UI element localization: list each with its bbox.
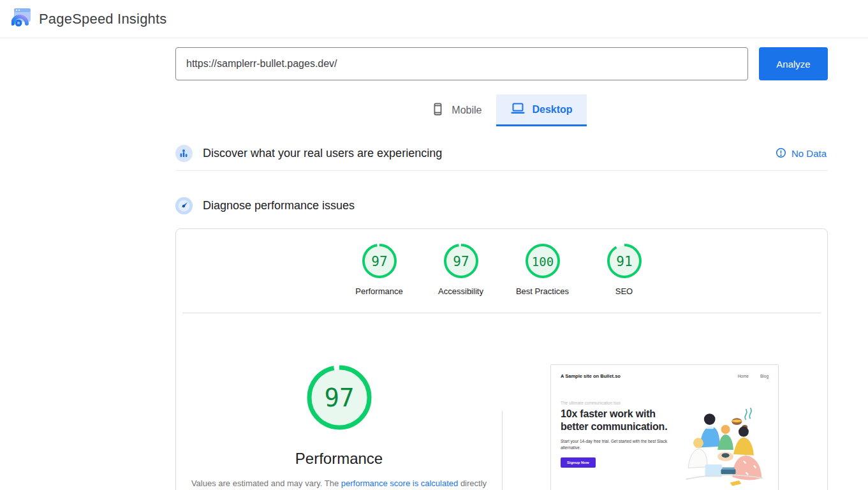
preview-hero: The ultimate communication tool 10x fast…	[561, 401, 769, 489]
preview-brand: A Sample site on Bullet.so	[561, 373, 621, 379]
no-data-label: No Data	[791, 148, 827, 159]
score-item-performance[interactable]: 97 Performance	[339, 243, 420, 296]
diagnose-section-header[interactable]: Diagnose performance issues	[175, 190, 828, 221]
main-content: Analyze Mobile Desktop	[175, 47, 828, 490]
device-tabs: Mobile Desktop	[175, 94, 828, 126]
score-item-accessibility[interactable]: 97 Accessibility	[420, 243, 502, 296]
url-input[interactable]	[175, 47, 748, 80]
pagespeed-logo-icon[interactable]	[11, 8, 31, 29]
svg-text:97: 97	[453, 254, 469, 269]
preview-nav-blog: Blog	[760, 374, 769, 378]
screenshot-panel: A Sample site on Bullet.so Home Blog The…	[502, 364, 827, 490]
svg-text:100: 100	[531, 255, 553, 269]
performance-gauge: 97	[306, 364, 372, 431]
field-data-section-header[interactable]: Discover what your real users are experi…	[175, 137, 828, 171]
analyze-bar: Analyze	[175, 47, 828, 80]
laptop-icon	[510, 101, 526, 119]
preview-eyebrow: The ultimate communication tool	[561, 401, 678, 405]
score-label: Best Practices	[502, 286, 584, 296]
score-item-best-practices[interactable]: 100 Best Practices	[502, 243, 584, 296]
app-header: PageSpeed Insights	[0, 0, 868, 38]
smartphone-icon	[430, 101, 445, 119]
score-label: Accessibility	[420, 286, 502, 296]
tab-desktop-label: Desktop	[533, 104, 573, 115]
preview-nav-home: Home	[738, 374, 749, 378]
diagnose-section-title: Diagnose performance issues	[203, 199, 355, 212]
score-summary: 97 Performance 97 Accessibility 100 B	[176, 243, 827, 296]
performance-section: 97 Performance Values are estimated and …	[176, 313, 827, 490]
score-label: SEO	[584, 286, 665, 296]
page-screenshot-thumbnail: A Sample site on Bullet.so Home Blog The…	[550, 364, 779, 490]
preview-site-header: A Sample site on Bullet.so Home Blog	[561, 373, 769, 379]
field-data-section-title: Discover what your real users are experi…	[203, 147, 442, 160]
report-card: 97 Performance 97 Accessibility 100 B	[175, 228, 828, 490]
score-label: Performance	[339, 286, 420, 296]
info-icon	[776, 147, 786, 160]
tab-desktop[interactable]: Desktop	[496, 94, 587, 126]
preview-copy: The ultimate communication tool 10x fast…	[561, 401, 678, 489]
score-item-seo[interactable]: 91 SEO	[584, 243, 665, 296]
preview-nav: Home Blog	[738, 374, 769, 378]
performance-section-title: Performance	[176, 450, 502, 468]
analyze-button[interactable]: Analyze	[759, 47, 828, 80]
svg-text:97: 97	[371, 254, 387, 269]
performance-gauge-panel: 97 Performance Values are estimated and …	[176, 364, 502, 490]
tab-mobile-label: Mobile	[452, 105, 482, 116]
svg-text:97: 97	[324, 383, 354, 412]
preview-headline: 10x faster work with better communicatio…	[561, 408, 678, 434]
svg-text:91: 91	[616, 254, 632, 269]
real-users-icon	[175, 145, 193, 162]
preview-subtext: Start your 14-day free trial. Get starte…	[561, 438, 673, 451]
preview-signup-button: Signup Now	[561, 457, 596, 468]
score-calc-link[interactable]: performance score is calculated	[341, 479, 459, 488]
disclaimer-text: Values are estimated and may vary. The	[191, 479, 341, 488]
no-data-status[interactable]: No Data	[776, 147, 827, 160]
preview-illustration	[678, 401, 769, 489]
tab-mobile[interactable]: Mobile	[416, 94, 496, 126]
vertical-divider	[502, 411, 503, 490]
app-title[interactable]: PageSpeed Insights	[39, 11, 167, 27]
performance-disclaimer: Values are estimated and may vary. The p…	[189, 477, 489, 490]
diagnose-gauge-icon	[175, 197, 193, 214]
